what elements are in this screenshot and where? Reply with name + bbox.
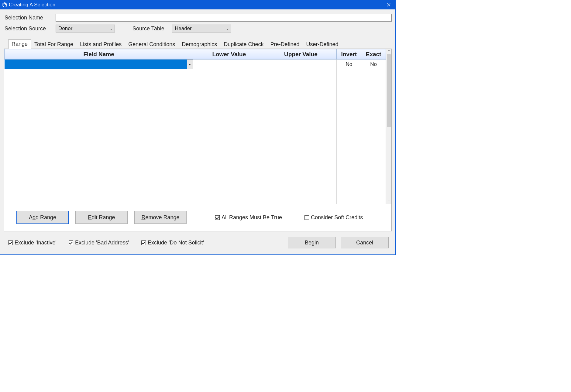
- scroll-thumb[interactable]: [387, 54, 391, 127]
- row-selection-name: Selection Name: [4, 14, 392, 22]
- checkbox-icon: [141, 240, 146, 245]
- tab-user-defined[interactable]: User-Defined: [303, 40, 342, 49]
- checkbox-icon: [69, 240, 73, 245]
- dialog-bottom-row: Exclude 'Inactive' Exclude 'Bad Address'…: [4, 231, 392, 251]
- range-grid[interactable]: Field Name Lower Value Upper Value Inver…: [4, 49, 386, 204]
- col-header-field-name[interactable]: Field Name: [5, 49, 193, 60]
- cell-lower-value[interactable]: [193, 60, 265, 70]
- exclude-bad-address-checkbox[interactable]: Exclude 'Bad Address': [69, 240, 129, 246]
- range-actions-row: Add Range Edit Range Remove Range All Ra…: [4, 204, 391, 231]
- checkbox-label: All Ranges Must Be True: [222, 214, 282, 221]
- selection-name-input[interactable]: [56, 14, 392, 22]
- range-grid-wrap: Field Name Lower Value Upper Value Inver…: [4, 49, 391, 204]
- btn-text: Remove Range: [141, 214, 179, 221]
- col-header-lower-value[interactable]: Lower Value: [193, 49, 265, 60]
- begin-button[interactable]: Begin: [288, 237, 336, 248]
- col-header-upper-value[interactable]: Upper Value: [265, 49, 337, 60]
- exclude-inactive-checkbox[interactable]: Exclude 'Inactive': [8, 240, 57, 246]
- checkbox-label: Exclude 'Do Not Solicit': [148, 240, 204, 246]
- cell-invert[interactable]: No: [337, 60, 361, 70]
- btn-text: Add Range: [29, 214, 56, 221]
- grid-row[interactable]: ▾ No No: [5, 60, 386, 70]
- cell-field-name[interactable]: ▾: [5, 60, 193, 70]
- tab-lists-and-profiles[interactable]: Lists and Profiles: [77, 40, 125, 49]
- exclude-do-not-solicit-checkbox[interactable]: Exclude 'Do Not Solicit': [141, 240, 204, 246]
- field-name-dropdown-button[interactable]: ▾: [187, 60, 193, 69]
- tab-strip: Range Total For Range Lists and Profiles…: [4, 39, 392, 49]
- source-table-label: Source Table: [132, 26, 172, 32]
- scroll-track[interactable]: [386, 54, 391, 199]
- dialog-window: Creating A Selection Selection Name Sele…: [0, 0, 396, 255]
- tab-pre-defined[interactable]: Pre-Defined: [267, 40, 303, 49]
- app-icon: [2, 2, 7, 7]
- tab-general-conditions[interactable]: General Conditions: [125, 40, 178, 49]
- client-area: Selection Name Selection Source Donor ⌄ …: [0, 9, 395, 254]
- title-bar[interactable]: Creating A Selection: [0, 0, 395, 9]
- grid-header-row: Field Name Lower Value Upper Value Inver…: [5, 49, 386, 60]
- col-header-invert[interactable]: Invert: [337, 49, 361, 60]
- btn-text: Begin: [305, 240, 319, 246]
- btn-text: Cancel: [356, 240, 373, 246]
- col-header-exact[interactable]: Exact: [361, 49, 386, 60]
- chevron-down-icon: ⌄: [226, 26, 229, 31]
- checkbox-label: Exclude 'Inactive': [15, 240, 57, 246]
- checkbox-label: Exclude 'Bad Address': [75, 240, 129, 246]
- remove-range-button[interactable]: Remove Range: [134, 211, 187, 224]
- scroll-down-button[interactable]: ˅: [386, 199, 391, 204]
- tab-range[interactable]: Range: [8, 39, 31, 49]
- selection-source-combo[interactable]: Donor ⌄: [56, 25, 115, 32]
- tab-total-for-range[interactable]: Total For Range: [31, 40, 77, 49]
- edit-range-button[interactable]: Edit Range: [75, 211, 128, 224]
- consider-soft-credits-checkbox[interactable]: Consider Soft Credits: [304, 214, 363, 221]
- cell-upper-value[interactable]: [265, 60, 337, 70]
- checkbox-label: Consider Soft Credits: [311, 214, 363, 221]
- close-icon: [387, 3, 390, 7]
- grid-vertical-scrollbar[interactable]: ˄ ˅: [386, 49, 391, 204]
- svg-line-1: [5, 4, 6, 5]
- checkbox-icon: [215, 215, 220, 220]
- scroll-up-button[interactable]: ˄: [386, 49, 391, 54]
- checkbox-icon: [304, 215, 309, 220]
- window-title: Creating A Selection: [9, 2, 55, 8]
- cancel-button[interactable]: Cancel: [341, 237, 389, 248]
- checkbox-icon: [8, 240, 13, 245]
- source-table-value: Header: [175, 26, 192, 32]
- tab-duplicate-check[interactable]: Duplicate Check: [220, 40, 267, 49]
- caret-down-icon: ▾: [189, 63, 191, 66]
- tab-panel-range: Field Name Lower Value Upper Value Inver…: [4, 49, 392, 231]
- source-table-combo[interactable]: Header ⌄: [172, 25, 231, 32]
- selection-source-value: Donor: [58, 26, 72, 32]
- grid-empty-area: [5, 69, 386, 204]
- cell-exact[interactable]: No: [361, 60, 386, 70]
- all-ranges-true-checkbox[interactable]: All Ranges Must Be True: [215, 214, 282, 221]
- tab-demographics[interactable]: Demographics: [178, 40, 220, 49]
- row-selection-source: Selection Source Donor ⌄ Source Table He…: [4, 25, 392, 32]
- close-button[interactable]: [382, 0, 395, 9]
- field-name-selection[interactable]: [5, 60, 187, 69]
- add-range-button[interactable]: Add Range: [16, 211, 69, 224]
- selection-source-label: Selection Source: [4, 26, 56, 32]
- btn-text: Edit Range: [88, 214, 115, 221]
- chevron-down-icon: ⌄: [110, 26, 113, 31]
- selection-name-label: Selection Name: [4, 15, 56, 21]
